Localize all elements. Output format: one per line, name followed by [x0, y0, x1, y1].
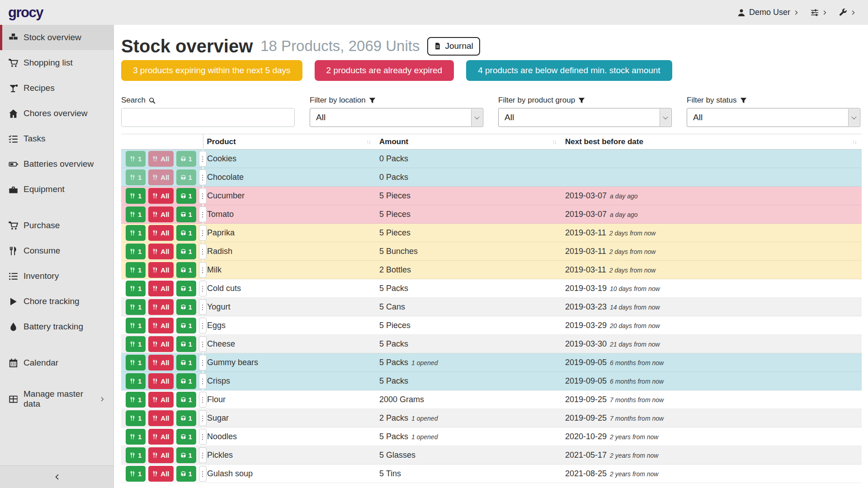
- open-one-button[interactable]: 1: [176, 225, 196, 241]
- status-alert[interactable]: 2 products are already expired: [315, 60, 454, 81]
- consume-all-button[interactable]: All: [148, 318, 173, 333]
- open-one-button[interactable]: 1: [176, 169, 196, 185]
- consume-one-button[interactable]: 1: [126, 392, 146, 408]
- status-alert[interactable]: 3 products expiring within the next 5 da…: [121, 60, 302, 81]
- consume-all-button[interactable]: All: [148, 299, 173, 315]
- open-one-button[interactable]: 1: [176, 244, 196, 259]
- sidebar-item-tasks[interactable]: Tasks: [0, 126, 113, 151]
- row-menu-button[interactable]: ⋮: [199, 262, 207, 278]
- consume-all-button[interactable]: All: [148, 429, 173, 445]
- row-menu-button[interactable]: ⋮: [199, 188, 207, 204]
- consume-one-button[interactable]: 1: [126, 244, 146, 259]
- consume-one-button[interactable]: 1: [126, 151, 146, 167]
- consume-all-button[interactable]: All: [148, 244, 173, 259]
- row-menu-button[interactable]: ⋮: [199, 169, 207, 185]
- sidebar-collapse-button[interactable]: [0, 465, 113, 488]
- row-menu-button[interactable]: ⋮: [199, 336, 207, 352]
- row-menu-button[interactable]: ⋮: [199, 151, 207, 167]
- consume-all-button[interactable]: All: [148, 188, 173, 204]
- sidebar-item-purchase[interactable]: Purchase: [0, 213, 113, 238]
- consume-all-button[interactable]: All: [148, 410, 173, 426]
- row-menu-button[interactable]: ⋮: [199, 206, 207, 222]
- next-best-before-date-column-header[interactable]: Next best before date ↑↓: [561, 134, 862, 150]
- consume-one-button[interactable]: 1: [126, 281, 146, 296]
- product-column-header[interactable]: Product ↑↓: [203, 134, 376, 150]
- consume-all-button[interactable]: All: [148, 355, 173, 371]
- consume-all-button[interactable]: All: [148, 447, 173, 463]
- consume-one-button[interactable]: 1: [126, 410, 146, 426]
- consume-one-button[interactable]: 1: [126, 169, 146, 185]
- open-one-button[interactable]: 1: [176, 410, 196, 426]
- consume-one-button[interactable]: 1: [126, 355, 146, 371]
- open-one-button[interactable]: 1: [176, 281, 196, 296]
- product-group-select[interactable]: All: [498, 108, 672, 127]
- grocy-logo[interactable]: grocy: [8, 5, 43, 21]
- consume-one-button[interactable]: 1: [126, 206, 146, 222]
- sidebar-item-consume[interactable]: Consume: [0, 238, 113, 263]
- sort-icon[interactable]: ↑↓: [366, 138, 371, 145]
- open-one-button[interactable]: 1: [176, 392, 196, 408]
- status-alert[interactable]: 4 products are below defined min. stock …: [466, 60, 672, 81]
- search-input[interactable]: [121, 108, 295, 127]
- consume-all-button[interactable]: All: [148, 262, 173, 278]
- consume-one-button[interactable]: 1: [126, 447, 146, 463]
- row-menu-button[interactable]: ⋮: [199, 466, 207, 482]
- open-one-button[interactable]: 1: [176, 299, 196, 315]
- consume-one-button[interactable]: 1: [126, 262, 146, 278]
- journal-button[interactable]: Journal: [427, 37, 480, 56]
- open-one-button[interactable]: 1: [176, 355, 196, 371]
- consume-all-button[interactable]: All: [148, 466, 173, 482]
- row-menu-button[interactable]: ⋮: [199, 410, 207, 426]
- consume-one-button[interactable]: 1: [126, 225, 146, 241]
- consume-all-button[interactable]: All: [148, 373, 173, 389]
- sidebar-item-recipes[interactable]: Recipes: [0, 75, 113, 101]
- sidebar-item-chores-overview[interactable]: Chores overview: [0, 101, 113, 126]
- sidebar-item-battery-tracking[interactable]: Battery tracking: [0, 314, 113, 339]
- consume-all-button[interactable]: All: [148, 225, 173, 241]
- consume-one-button[interactable]: 1: [126, 318, 146, 333]
- row-menu-button[interactable]: ⋮: [199, 355, 207, 371]
- open-one-button[interactable]: 1: [176, 429, 196, 445]
- consume-all-button[interactable]: All: [148, 336, 173, 352]
- sort-icon[interactable]: ↑↓: [552, 138, 557, 145]
- open-one-button[interactable]: 1: [176, 151, 196, 167]
- open-one-button[interactable]: 1: [176, 466, 196, 482]
- admin-menu[interactable]: [839, 9, 856, 17]
- sidebar-item-batteries-overview[interactable]: Batteries overview: [0, 151, 113, 177]
- sort-icon[interactable]: ↑↓: [852, 138, 857, 145]
- open-one-button[interactable]: 1: [176, 336, 196, 352]
- amount-column-header[interactable]: Amount ↑↓: [376, 134, 561, 150]
- user-menu[interactable]: Demo User: [737, 8, 799, 17]
- consume-all-button[interactable]: All: [148, 169, 173, 185]
- location-select[interactable]: All: [310, 108, 483, 127]
- consume-one-button[interactable]: 1: [126, 466, 146, 482]
- open-one-button[interactable]: 1: [176, 318, 196, 333]
- row-menu-button[interactable]: ⋮: [199, 373, 207, 389]
- open-one-button[interactable]: 1: [176, 188, 196, 204]
- sidebar-item-calendar[interactable]: Calendar: [0, 350, 113, 375]
- row-menu-button[interactable]: ⋮: [199, 244, 207, 259]
- sidebar-item-manage-master-data[interactable]: Manage master data: [0, 386, 113, 412]
- sidebar-item-equipment[interactable]: Equipment: [0, 177, 113, 202]
- sidebar-item-shopping-list[interactable]: Shopping list: [0, 50, 113, 75]
- consume-all-button[interactable]: All: [148, 281, 173, 296]
- consume-one-button[interactable]: 1: [126, 188, 146, 204]
- consume-one-button[interactable]: 1: [126, 429, 146, 445]
- consume-all-button[interactable]: All: [148, 151, 173, 167]
- consume-all-button[interactable]: All: [148, 206, 173, 222]
- row-menu-button[interactable]: ⋮: [199, 318, 207, 333]
- consume-one-button[interactable]: 1: [126, 373, 146, 389]
- sidebar-item-chore-tracking[interactable]: Chore tracking: [0, 289, 113, 314]
- row-menu-button[interactable]: ⋮: [199, 225, 207, 241]
- row-menu-button[interactable]: ⋮: [199, 447, 207, 463]
- row-menu-button[interactable]: ⋮: [199, 392, 207, 408]
- consume-one-button[interactable]: 1: [126, 299, 146, 315]
- consume-all-button[interactable]: All: [148, 392, 173, 408]
- settings-menu[interactable]: [811, 9, 828, 17]
- open-one-button[interactable]: 1: [176, 262, 196, 278]
- row-menu-button[interactable]: ⋮: [199, 299, 207, 315]
- open-one-button[interactable]: 1: [176, 447, 196, 463]
- consume-one-button[interactable]: 1: [126, 336, 146, 352]
- row-menu-button[interactable]: ⋮: [199, 429, 207, 445]
- open-one-button[interactable]: 1: [176, 206, 196, 222]
